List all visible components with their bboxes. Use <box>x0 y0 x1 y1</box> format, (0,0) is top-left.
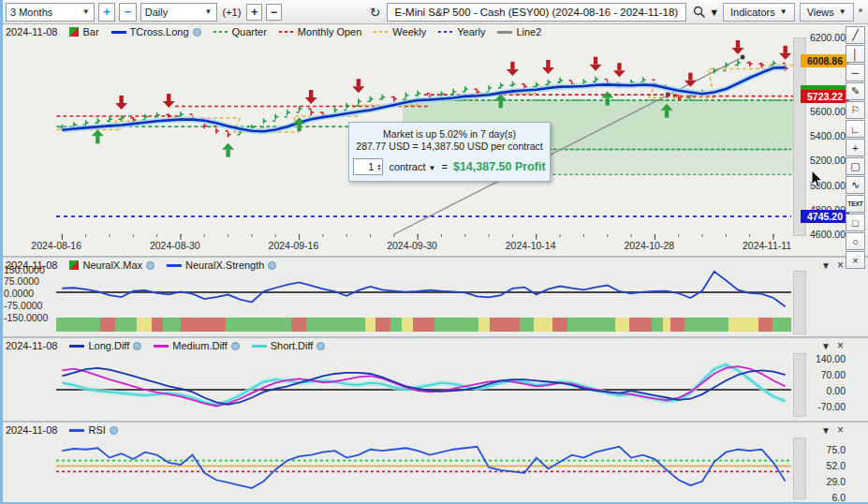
offset-increase-button[interactable]: + <box>246 4 262 21</box>
offset-decrease-button[interactable]: − <box>266 4 282 21</box>
panel-close-button[interactable]: × <box>837 259 844 272</box>
trendline-tool[interactable]: ╱ <box>846 26 865 44</box>
strip-segment-y <box>402 318 413 332</box>
text-tool[interactable]: TEXT <box>846 195 865 213</box>
legend-item[interactable]: NeuralX.Strength <box>167 259 276 271</box>
legend-item[interactable]: Medium.Diff <box>154 340 239 351</box>
info-dot-icon[interactable] <box>133 342 141 350</box>
rsi-scrollbar[interactable] <box>793 437 806 499</box>
legend-item-label: Quarter <box>232 26 267 37</box>
symbol-title[interactable]: E-Mini S&P 500 - Cash (ESY00) (2024-08-1… <box>387 3 687 22</box>
rsi-axis-label: 52.0 <box>827 460 846 471</box>
strip-segment-r <box>552 318 567 332</box>
interval-select[interactable]: Daily ▼ <box>140 3 217 22</box>
diff-panel: 2024-11-08Long.DiffMedium.DiffShort.Diff… <box>0 336 868 422</box>
tooltip-market-line: Market is up 5.02% in 7 day(s) <box>383 128 516 141</box>
contract-quantity-stepper[interactable]: 1 ▲▼ <box>353 158 383 175</box>
indicators-button[interactable]: Indicators ▼ <box>723 3 795 22</box>
search-icon <box>693 6 706 19</box>
strip-segment-g <box>684 318 728 332</box>
strip-segment-r <box>758 318 773 332</box>
info-dot-icon[interactable] <box>110 426 118 435</box>
legend-item-label: RSI <box>88 424 105 436</box>
legend-item[interactable]: Short.Diff <box>252 340 326 351</box>
info-dot-icon[interactable] <box>146 261 154 270</box>
strip-segment-r <box>291 318 306 332</box>
equals-label: = <box>442 161 448 172</box>
panel-close-button[interactable]: × <box>837 339 844 352</box>
stepper-arrows-icon[interactable]: ▲▼ <box>375 163 382 170</box>
panel-close-button[interactable]: × <box>837 423 844 437</box>
legend-swatch-icon <box>167 264 182 267</box>
profit-value: $14,387.50 Profit <box>453 160 546 173</box>
callout-tool[interactable]: ▢ <box>846 157 865 175</box>
legend-swatch-icon <box>69 429 84 432</box>
info-dot-icon[interactable] <box>268 261 276 270</box>
legend-item[interactable]: NeuralX.Max <box>69 259 154 271</box>
strip-segment-r <box>413 318 435 332</box>
strip-segment-g <box>520 318 535 332</box>
legend-swatch-icon <box>69 260 79 270</box>
wave-tool[interactable]: ∿ <box>846 176 865 194</box>
price-badge: 5723.22 <box>801 90 849 103</box>
legend-item[interactable]: Line2 <box>497 26 541 37</box>
legend-item[interactable]: Yearly <box>438 26 485 37</box>
flag-tool[interactable]: ⚐ <box>846 101 865 119</box>
contract-unit-label: contract <box>389 161 425 172</box>
legend-item[interactable]: RSI <box>69 424 117 436</box>
diff-axis-label: 140.00 <box>816 353 846 364</box>
price-legend: 2024-11-08BarTCross.LongQuarterMonthly O… <box>6 26 541 37</box>
chevron-down-icon: ▼ <box>205 7 213 16</box>
legend-item[interactable]: TCross.Long <box>111 26 201 37</box>
neuralx-axis-label: -75.0000 <box>4 300 42 311</box>
range-select[interactable]: 3 Months ▼ <box>6 3 95 22</box>
contract-quantity-value: 1 <box>354 161 375 172</box>
vertical-line-tool[interactable]: │ <box>846 45 865 63</box>
strip-segment-y <box>663 318 670 332</box>
legend-item[interactable]: Monthly Open <box>279 26 361 37</box>
rsi-canvas[interactable] <box>0 422 868 504</box>
legend-item-label: Short.Diff <box>271 340 314 351</box>
search-control[interactable]: ▼ <box>693 6 719 19</box>
strip-segment-g <box>434 318 478 332</box>
contract-unit-dropdown[interactable]: contract ▼ <box>389 161 435 172</box>
legend-item[interactable]: Weekly <box>374 26 426 37</box>
delete-tool[interactable]: × <box>846 251 865 269</box>
angle-tool[interactable]: ∟ <box>846 120 865 138</box>
rsi-panel: 2024-11-08RSI ▼ × 75.052.029.06.0 <box>0 421 868 504</box>
strip-segment-g <box>226 318 292 332</box>
strip-segment-y <box>478 318 490 332</box>
panel-collapse-button[interactable]: ▼ <box>821 425 831 436</box>
diff-axis-label: -70.00 <box>817 401 846 412</box>
views-button[interactable]: Views ▼ <box>800 3 854 22</box>
ellipse-tool[interactable]: ○ <box>846 232 865 250</box>
legend-item[interactable]: Bar <box>69 26 98 37</box>
legend-item[interactable]: Long.Diff <box>69 340 141 351</box>
range-increase-button[interactable]: + <box>98 3 116 22</box>
rectangle-tool[interactable]: □ <box>846 214 865 231</box>
panel-collapse-button[interactable]: ▼ <box>821 341 831 351</box>
strip-segment-g <box>652 318 663 332</box>
crosshair-tool[interactable]: + <box>846 139 865 156</box>
neuralx-scrollbar[interactable] <box>793 271 806 334</box>
strip-segment-r <box>670 318 685 332</box>
app-window: 3 Months ▼ + − Daily ▼ (+1) + − ↻ E-Mini… <box>0 0 868 504</box>
info-dot-icon[interactable] <box>231 342 240 350</box>
horizontal-line-tool[interactable]: ─ <box>846 64 865 82</box>
rsi-axis-label: 75.0 <box>827 444 846 455</box>
pencil-tool[interactable]: ✎ <box>846 82 865 100</box>
legend-swatch-icon <box>213 31 228 33</box>
diff-scrollbar[interactable] <box>793 353 806 417</box>
info-dot-icon[interactable] <box>193 28 201 37</box>
strip-segment-g <box>56 318 100 332</box>
panel-date: 2024-11-08 <box>6 26 57 37</box>
legend-item-label: NeuralX.Max <box>82 259 142 271</box>
range-decrease-button[interactable]: − <box>119 3 137 22</box>
panel-collapse-button[interactable]: ▼ <box>821 260 831 271</box>
date-label: 2024-10-28 <box>624 240 674 251</box>
legend-item[interactable]: Quarter <box>213 26 267 37</box>
info-dot-icon[interactable] <box>316 342 325 350</box>
legend-item-label: Weekly <box>392 26 426 37</box>
refresh-icon[interactable]: ↻ <box>370 5 381 20</box>
legend-swatch-icon <box>154 345 169 348</box>
